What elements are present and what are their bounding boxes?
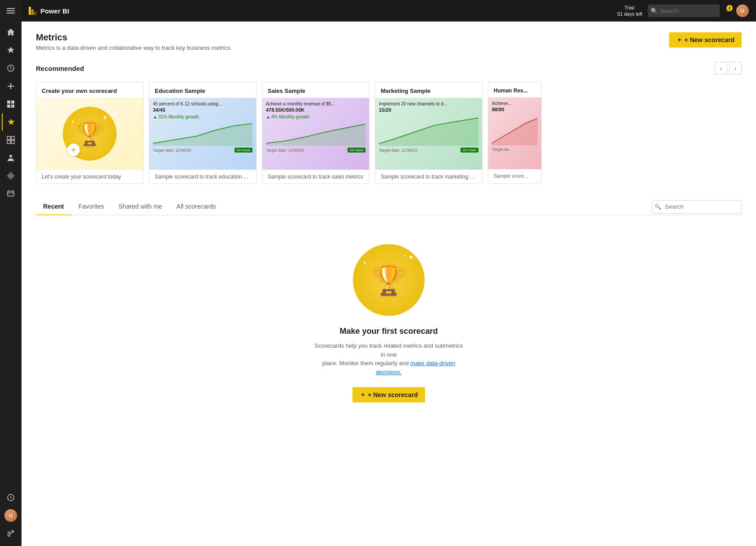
svg-point-12: [9, 155, 12, 157]
card-marketing-image: Implement 20 new channels to d... 15/20: [375, 98, 482, 170]
main-content: Metrics Metrics is a data-driven and col…: [22, 22, 756, 546]
sparkle-empty-2: ✦: [363, 260, 367, 266]
sidebar-icon-menu[interactable]: [2, 2, 20, 20]
nav-arrows: ‹ ›: [715, 62, 742, 74]
trophy-icon-create: 🏆: [76, 121, 104, 147]
sidebar-icon-create[interactable]: [2, 77, 20, 95]
hr-chart: [492, 114, 538, 145]
card-marketing[interactable]: Marketing Sample Implement 20 new channe…: [375, 82, 482, 184]
card-human-resources[interactable]: Human Res... Achieve... 88/90: [488, 82, 542, 184]
svg-rect-1: [7, 10, 15, 11]
card-marketing-footer: Sample scorecard to track marketing ...: [375, 170, 482, 183]
sidebar-icon-explore[interactable]: [2, 489, 20, 507]
tabs-section: Recent Favorites Shared with me All scor…: [36, 198, 742, 215]
tab-recent[interactable]: Recent: [36, 198, 71, 215]
trial-info: Trial: 51 days left: [617, 4, 642, 17]
svg-rect-4: [7, 100, 10, 104]
sidebar-icon-people[interactable]: [2, 149, 20, 167]
svg-rect-8: [7, 136, 10, 140]
card-hr-image: Achieve... 88/90 Target da...: [488, 97, 541, 169]
card-marketing-title: Marketing Sample: [375, 82, 482, 98]
sidebar-icon-apps[interactable]: [2, 95, 20, 113]
svg-rect-5: [11, 100, 14, 104]
trophy-icon-empty: 🏆: [371, 263, 407, 297]
sidebar-icon-goals[interactable]: [2, 167, 20, 185]
new-scorecard-button-empty[interactable]: ＋ + New scorecard: [352, 387, 425, 402]
card-hr-title: Human Res...: [488, 82, 541, 97]
sales-chart: [266, 121, 365, 146]
empty-desc-line2: place. Monitor them regularly and: [322, 360, 411, 367]
sales-footer: Target date: 12/30/23 On track: [266, 148, 365, 153]
hr-metric-title: Achieve...: [492, 101, 538, 106]
nav-next-button[interactable]: ›: [729, 62, 742, 74]
card-create[interactable]: Create your own scorecard + 🏆 ✦ ✦ Let's …: [36, 82, 143, 184]
tabs-list: Recent Favorites Shared with me All scor…: [36, 198, 223, 215]
new-scorecard-button-top[interactable]: ＋ + New scorecard: [669, 32, 742, 48]
recommended-title: Recommended: [36, 65, 84, 72]
card-sales-footer: Sample scorecard to track sales metrics: [262, 170, 369, 183]
mkt-metric-value: 15/20: [379, 107, 478, 113]
edu-metric-value: 34/45: [153, 107, 252, 113]
page-title: Metrics: [36, 32, 232, 43]
sparkle-empty-3: ✦: [403, 254, 406, 258]
svg-rect-10: [7, 140, 10, 144]
card-education[interactable]: Education Sample 45 percent of K-12 scho…: [149, 82, 256, 184]
sparkle-2: ✦: [71, 119, 74, 124]
svg-rect-6: [7, 105, 10, 108]
sidebar-icon-external[interactable]: [2, 524, 20, 542]
card-education-footer: Sample scorecard to track education ...: [149, 170, 256, 183]
sales-growth: ▲4% Monthly growth: [266, 114, 365, 119]
edu-footer: Target date: 12/30/23 On track: [153, 148, 252, 153]
sparkle-1: ✦: [102, 114, 108, 121]
card-sales[interactable]: Sales Sample Achieve a monthly revenue o…: [262, 82, 369, 184]
nav-prev-button[interactable]: ‹: [715, 62, 727, 74]
svg-rect-19: [34, 12, 36, 15]
empty-title: Make your first scorecard: [339, 327, 438, 336]
sidebar-icon-favorites[interactable]: [2, 41, 20, 59]
sales-metric-value: 478.55K/500.00K: [266, 107, 365, 113]
trophy-circle-empty: 🏆 ✦ ✦ ✦: [353, 244, 425, 316]
svg-rect-18: [31, 9, 34, 15]
mkt-footer: Target date: 12/30/23 On track: [379, 148, 478, 153]
tab-shared[interactable]: Shared with me: [111, 198, 169, 215]
search-input[interactable]: [648, 4, 720, 17]
svg-rect-17: [29, 7, 31, 15]
recommended-cards: Create your own scorecard + 🏆 ✦ ✦ Let's …: [36, 82, 742, 184]
sidebar-icon-learn[interactable]: [2, 185, 20, 203]
sales-metric-title: Achieve a monthly revenue of $5...: [266, 101, 365, 106]
notification-badge: 2: [726, 5, 733, 11]
new-scorecard-icon-top: ＋: [676, 36, 682, 44]
sidebar-icon-recent[interactable]: [2, 59, 20, 77]
card-sales-image: Achieve a monthly revenue of $5... 478.5…: [262, 98, 369, 170]
page-subtitle: Metrics is a data-driven and collaborati…: [36, 44, 232, 51]
card-education-title: Education Sample: [149, 82, 256, 98]
sidebar-icon-metrics[interactable]: [2, 113, 20, 131]
tab-search-input[interactable]: [652, 200, 742, 214]
notification-button[interactable]: ··· 2: [725, 7, 731, 15]
empty-state: 🏆 ✦ ✦ ✦ Make your first scorecard Scorec…: [36, 226, 742, 420]
edu-chart: [153, 121, 252, 146]
sidebar-avatar[interactable]: U: [2, 507, 20, 524]
mkt-chart: [379, 114, 478, 146]
hr-metric-value: 88/90: [492, 107, 538, 112]
empty-description: Scorecards help you track related metric…: [313, 341, 465, 376]
card-education-image: 45 percent of K-12 schools using... 34/4…: [149, 98, 256, 170]
svg-rect-0: [7, 8, 15, 9]
svg-rect-15: [8, 191, 14, 196]
recommended-section: Recommended ‹ › Create your own scorecar…: [36, 62, 742, 184]
sidebar: U: [0, 0, 22, 546]
tab-all[interactable]: All scorecards: [169, 198, 223, 215]
sidebar-icon-dashboard[interactable]: [2, 131, 20, 149]
page-header: Metrics Metrics is a data-driven and col…: [36, 32, 742, 51]
search-wrap: 🔍: [648, 4, 720, 17]
svg-marker-22: [379, 118, 478, 146]
tab-favorites[interactable]: Favorites: [71, 198, 112, 215]
app-logo: Power BI: [29, 7, 69, 15]
svg-rect-2: [7, 13, 15, 13]
topbar: Power BI Trial: 51 days left 🔍 ··· 2 U: [22, 0, 756, 22]
app-name: Power BI: [40, 7, 69, 15]
svg-rect-7: [11, 105, 14, 108]
user-avatar[interactable]: U: [736, 4, 749, 17]
sidebar-icon-home[interactable]: [2, 23, 20, 41]
edu-growth: ▲31% Monthly growth: [153, 114, 252, 119]
